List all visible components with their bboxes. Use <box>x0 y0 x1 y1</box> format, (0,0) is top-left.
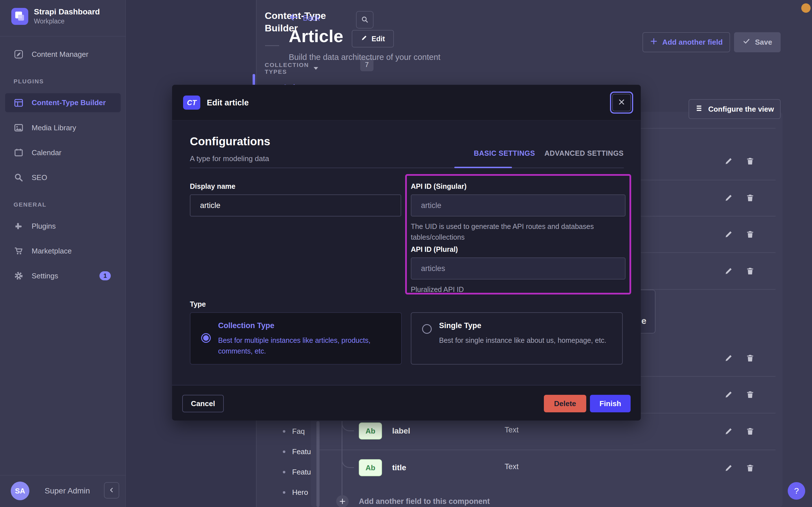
api-id-singular-input[interactable] <box>411 194 626 217</box>
sidebar-item-label: Marketplace <box>32 247 72 256</box>
page-title: Article <box>289 26 343 46</box>
configurations-title: Configurations <box>190 135 270 148</box>
delete-button[interactable]: Delete <box>544 395 586 412</box>
sidebar-section-plugins: PLUGINS <box>13 78 44 85</box>
tab-basic-settings[interactable]: BASIC SETTINGS <box>474 149 535 157</box>
cancel-button[interactable]: Cancel <box>182 395 224 412</box>
pencil-icon[interactable] <box>724 193 734 203</box>
trash-icon[interactable] <box>745 353 755 363</box>
sidebar-item-content-type-builder[interactable]: Content-Type Builder <box>5 93 121 112</box>
sidebar-item-plugins[interactable]: Plugins <box>0 217 126 235</box>
trash-icon[interactable] <box>745 427 755 436</box>
edit-button[interactable]: Edit <box>352 30 394 48</box>
magnifier-icon <box>13 172 24 182</box>
sidebar-item-label: Plugins <box>32 222 56 231</box>
radio-selected-icon <box>201 333 211 343</box>
configure-view-button[interactable]: Configure the view <box>689 99 780 119</box>
sidebar-item-calendar[interactable]: Calendar <box>0 144 126 162</box>
bullet-icon <box>283 450 286 453</box>
row-actions <box>724 193 755 203</box>
api-id-plural-input[interactable] <box>411 258 626 280</box>
close-button[interactable] <box>610 92 633 114</box>
cart-icon <box>13 246 24 256</box>
table-row[interactable]: Ab title <box>359 459 406 476</box>
avatar[interactable]: SA <box>11 482 29 500</box>
sidebar-item-label: SEO <box>32 173 47 182</box>
content-type-badge: CT <box>183 96 200 110</box>
api-id-singular-label: API ID (Singular) <box>411 182 466 190</box>
search-button[interactable] <box>356 11 374 29</box>
modal-header: CT Edit article <box>172 85 641 120</box>
sidebar-item-content-manager[interactable]: Content Manager <box>0 45 126 63</box>
pencil-icon[interactable] <box>724 229 734 239</box>
trash-icon[interactable] <box>745 193 755 203</box>
workspace-subtitle: Workplace <box>34 17 64 25</box>
close-icon <box>617 98 626 107</box>
display-name-input[interactable] <box>190 194 401 217</box>
type-label: Type <box>190 300 206 308</box>
pencil-icon[interactable] <box>724 427 734 436</box>
trash-icon[interactable] <box>745 229 755 239</box>
puzzle-icon <box>13 221 24 231</box>
strapi-logo-icon <box>11 8 28 25</box>
user-name: Super Admin <box>45 486 90 495</box>
modal-footer: Cancel Delete Finish <box>172 385 641 420</box>
pencil-icon[interactable] <box>724 266 734 276</box>
api-id-plural-help: Pluralized API ID <box>411 284 464 295</box>
component-item[interactable]: Hero <box>283 487 308 497</box>
back-link[interactable]: Back <box>289 12 320 24</box>
finish-button[interactable]: Finish <box>590 395 631 412</box>
pencil-icon[interactable] <box>724 390 734 399</box>
plus-circle-icon <box>336 495 349 507</box>
single-type-option[interactable]: Single Type Best for single instance lik… <box>411 312 623 364</box>
collection-type-option[interactable]: Collection Type Best for multiple instan… <box>190 312 402 364</box>
trash-icon[interactable] <box>745 156 755 166</box>
bullet-icon <box>283 491 286 494</box>
add-field-to-component-link[interactable]: Add another field to this component <box>336 495 490 507</box>
collapse-sidebar-button[interactable] <box>104 482 119 499</box>
sidebar-item-label: Content Manager <box>32 50 88 59</box>
pencil-icon[interactable] <box>724 353 734 363</box>
add-another-field-button[interactable]: Add another field <box>642 32 730 52</box>
sidebar-item-label: Content-Type Builder <box>32 98 106 107</box>
row-actions <box>724 463 755 473</box>
configurations-subtitle: A type for modeling data <box>190 154 269 163</box>
pencil-icon <box>361 35 368 43</box>
sidebar-item-label: Media Library <box>32 123 76 132</box>
divider <box>190 168 624 168</box>
tree-indent-bar <box>316 421 320 507</box>
sidebar-item-seo[interactable]: SEO <box>0 168 126 186</box>
layout-grid-icon <box>13 98 24 108</box>
plus-icon <box>650 37 658 47</box>
pencil-icon[interactable] <box>724 156 734 166</box>
sidebar-item-media-library[interactable]: Media Library <box>0 119 126 137</box>
chevron-down-icon <box>314 67 318 70</box>
trash-icon[interactable] <box>745 463 755 473</box>
filter-lines-icon <box>695 104 704 114</box>
recording-indicator-dot <box>801 3 811 13</box>
chevron-left-icon <box>108 486 115 495</box>
trash-icon[interactable] <box>745 266 755 276</box>
field-name: label <box>392 427 410 436</box>
sidebar-item-settings[interactable]: Settings 1 <box>0 267 126 285</box>
save-button[interactable]: Save <box>734 32 780 52</box>
clipped-text-fragment: e <box>641 316 646 326</box>
workspace-title: Strapi Dashboard <box>34 7 100 16</box>
sidebar-item-marketplace[interactable]: Marketplace <box>0 242 126 260</box>
row-actions <box>724 229 755 239</box>
tab-advanced-settings[interactable]: ADVANCED SETTINGS <box>545 149 624 157</box>
divider <box>319 450 775 450</box>
page-subtitle: Build the data architecture of your cont… <box>289 53 440 62</box>
text-field-type-badge: Ab <box>359 422 382 440</box>
image-icon <box>13 123 24 133</box>
component-item[interactable]: Faq <box>283 426 305 436</box>
pencil-icon[interactable] <box>724 463 734 473</box>
search-icon <box>361 15 369 24</box>
collection-types-header[interactable]: COLLECTION TYPES <box>265 62 319 75</box>
sidebar-section-general: GENERAL <box>13 201 47 208</box>
table-row[interactable]: Ab label <box>359 422 410 440</box>
row-actions <box>724 390 755 399</box>
trash-icon[interactable] <box>745 390 755 399</box>
field-name: title <box>392 463 406 472</box>
help-button[interactable]: ? <box>788 482 805 500</box>
